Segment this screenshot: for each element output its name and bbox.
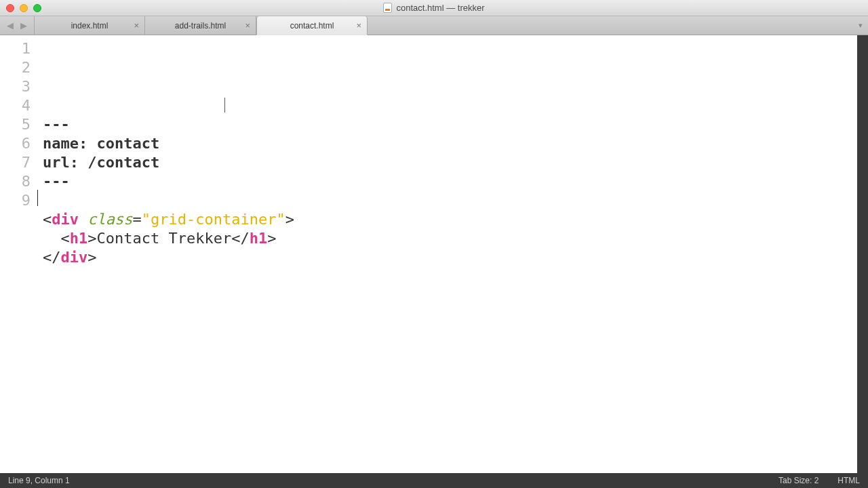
tab-close-icon[interactable]: ×: [356, 20, 361, 30]
code-token: </: [43, 249, 61, 266]
tab-label: contact.html: [290, 21, 334, 30]
tab-close-icon[interactable]: ×: [134, 20, 139, 30]
tab-contact-html[interactable]: contact.html×: [256, 16, 368, 35]
tab-nav: ◀ ▶: [0, 16, 34, 35]
code-token: h1: [250, 230, 268, 247]
tab-history-back-icon[interactable]: ◀: [4, 20, 16, 30]
code-line[interactable]: <h1>Contact Trekker</h1>: [43, 229, 857, 248]
code-token: name: contact: [43, 135, 159, 152]
tab-overflow-button[interactable]: ▾: [853, 16, 868, 35]
line-number: 1: [0, 39, 31, 58]
text-caret: [37, 190, 38, 206]
status-cursor-position[interactable]: Line 9, Column 1: [8, 476, 70, 485]
code-token: div: [61, 249, 88, 266]
editor: 123456789 ---name: contacturl: /contact-…: [0, 35, 868, 473]
line-number: 8: [0, 172, 31, 191]
tab-add-trails-html[interactable]: add-trails.html×: [145, 16, 256, 35]
code-token: ---: [43, 116, 70, 133]
line-number: 7: [0, 153, 31, 172]
secondary-caret: [224, 98, 225, 113]
code-token: [79, 211, 87, 228]
code-line[interactable]: name: contact: [43, 134, 857, 153]
line-number-gutter: 123456789: [0, 35, 37, 473]
line-number: 6: [0, 134, 31, 153]
code-line[interactable]: ---: [43, 115, 857, 134]
code-token: >: [285, 211, 294, 228]
window-title: contact.html — trekker: [0, 3, 868, 13]
code-token: </: [231, 230, 250, 247]
code-line[interactable]: url: /contact: [43, 153, 857, 172]
tab-bar-empty: [368, 16, 853, 35]
code-token: url: /contact: [43, 154, 159, 171]
window-titlebar: contact.html — trekker: [0, 0, 868, 16]
line-number: 2: [0, 58, 31, 77]
line-number: 3: [0, 77, 31, 96]
code-token: class: [87, 211, 132, 228]
code-token: <: [43, 211, 52, 228]
code-token: =: [132, 211, 141, 228]
code-token: >: [87, 249, 96, 266]
code-line[interactable]: ---: [43, 172, 857, 191]
status-tab-size[interactable]: Tab Size: 2: [778, 476, 818, 485]
tab-label: index.html: [71, 21, 108, 30]
status-syntax[interactable]: HTML: [837, 476, 860, 485]
code-token: h1: [70, 230, 88, 247]
close-window-button[interactable]: [6, 4, 14, 12]
code-token: "grid-container": [142, 211, 285, 228]
tab-history-forward-icon[interactable]: ▶: [18, 20, 30, 30]
file-icon: [383, 3, 392, 13]
tab-index-html[interactable]: index.html×: [34, 16, 145, 35]
code-line[interactable]: [43, 191, 857, 210]
code-token: >: [267, 230, 276, 247]
line-number: 9: [0, 191, 31, 210]
code-line[interactable]: <div class="grid-container">: [43, 210, 857, 229]
vertical-scrollbar[interactable]: [857, 35, 868, 473]
line-number: 4: [0, 96, 31, 115]
status-bar: Line 9, Column 1 Tab Size: 2 HTML: [0, 473, 868, 488]
window-title-text: contact.html — trekker: [396, 3, 484, 13]
tab-label: add-trails.html: [175, 21, 226, 30]
tab-bar: ◀ ▶ index.html×add-trails.html×contact.h…: [0, 16, 868, 35]
zoom-window-button[interactable]: [33, 4, 41, 12]
code-token: >: [87, 230, 96, 247]
minimize-window-button[interactable]: [20, 4, 28, 12]
code-line[interactable]: [43, 267, 857, 286]
code-line[interactable]: </div>: [43, 248, 857, 267]
line-number: 5: [0, 115, 31, 134]
code-token: <: [61, 230, 70, 247]
code-area[interactable]: ---name: contacturl: /contact---<div cla…: [37, 35, 857, 473]
code-token: div: [52, 211, 79, 228]
code-token: ---: [43, 173, 70, 190]
code-token: Contact Trekker: [97, 230, 232, 247]
code-token: [43, 230, 61, 247]
tab-close-icon[interactable]: ×: [245, 20, 250, 30]
traffic-lights: [6, 4, 41, 12]
